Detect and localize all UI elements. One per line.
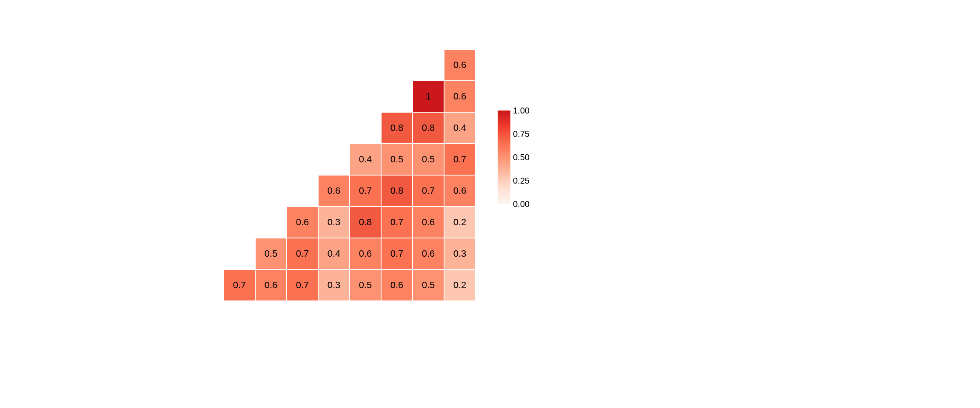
heatmap-cell: 0.7: [413, 175, 444, 207]
heatmap-cell: 0.2: [444, 269, 476, 301]
legend-tick-label: 0.50: [513, 153, 530, 162]
heatmap-cell: 0.8: [381, 112, 413, 144]
heatmap-cell: 0.6: [287, 207, 318, 238]
heatmap-cell: 0.7: [444, 144, 476, 175]
heatmap-cell: 1: [413, 81, 444, 112]
heatmap-row-cells: 0.80.80.4: [381, 112, 476, 144]
heatmap-cell: 0.8: [413, 112, 444, 144]
legend-tick-label: 0.00: [513, 199, 530, 209]
heatmap-cell: 0.5: [350, 269, 381, 301]
heatmap-row-cells: 0.40.50.50.7: [350, 144, 476, 175]
heatmap-cell: 0.6: [318, 175, 350, 207]
color-legend-bar: [498, 110, 510, 204]
heatmap-cell: 0.5: [255, 238, 287, 269]
heatmap-cell: 0.8: [381, 175, 413, 207]
heatmap-cell: 0.4: [444, 112, 476, 144]
heatmap-cell: 0.6: [444, 81, 476, 112]
heatmap-cell: 0.7: [224, 269, 255, 301]
heatmap-cell: 0.7: [287, 238, 318, 269]
heatmap-cell: 0.4: [350, 144, 381, 175]
heatmap-cell: 0.3: [318, 207, 350, 238]
heatmap-cell: 0.6: [350, 238, 381, 269]
heatmap-cell: 0.7: [381, 238, 413, 269]
heatmap-cell: 0.6: [444, 49, 476, 81]
heatmap-row-cells: 0.50.70.40.60.70.60.3: [255, 238, 476, 269]
color-legend: 1.000.750.500.250.00: [498, 110, 510, 204]
heatmap-row-cells: 0.60.30.80.70.60.2: [287, 207, 476, 238]
legend-tick-label: 0.75: [513, 129, 530, 139]
heatmap-cell: 0.4: [318, 238, 350, 269]
heatmap-cell: 0.6: [255, 269, 287, 301]
heatmap-cell: 0.5: [381, 144, 413, 175]
heatmap-row-cells: 10.6: [413, 81, 476, 112]
heatmap-row-cells: 0.6: [444, 49, 476, 81]
heatmap-cell: 0.3: [444, 238, 476, 269]
heatmap-cell: 0.7: [381, 207, 413, 238]
heatmap-cell: 0.7: [350, 175, 381, 207]
chart-stage: pricewidth_px0.6height_px10.6diag0.80.80…: [0, 0, 980, 408]
heatmap-cell: 0.6: [413, 207, 444, 238]
heatmap-cell: 0.5: [413, 144, 444, 175]
legend-tick-label: 1.00: [513, 106, 530, 116]
heatmap-row-cells: 0.70.60.70.30.50.60.50.2: [224, 269, 476, 301]
legend-tick-label: 0.25: [513, 176, 530, 186]
heatmap-cell: 0.6: [413, 238, 444, 269]
heatmap-cell: 0.6: [444, 175, 476, 207]
heatmap-cell: 0.5: [413, 269, 444, 301]
heatmap-cell: 0.7: [287, 269, 318, 301]
heatmap-cell: 0.2: [444, 207, 476, 238]
heatmap-cell: 0.6: [381, 269, 413, 301]
heatmap-cell: 0.3: [318, 269, 350, 301]
heatmap-row-cells: 0.60.70.80.70.6: [318, 175, 476, 207]
heatmap-cell: 0.8: [350, 207, 381, 238]
